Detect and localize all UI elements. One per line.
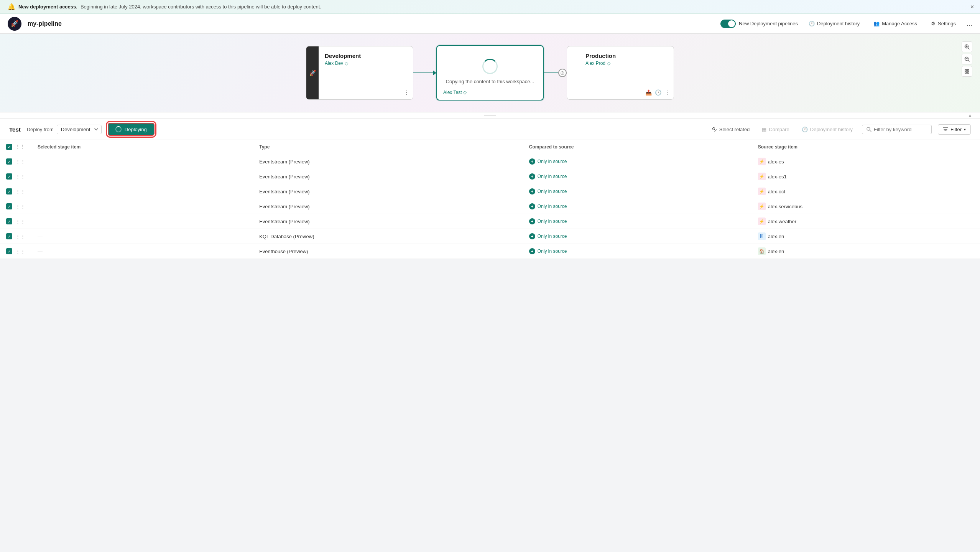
row-checkbox-cell-3: ✓ ⋮⋮ <box>0 199 31 214</box>
source-name-0: alex-es <box>768 159 784 165</box>
close-banner-button[interactable]: × <box>970 3 974 10</box>
plus-icon-1: + <box>529 173 535 180</box>
compared-cell-4: + Only in source <box>523 214 752 229</box>
diamond-icon-test: ◇ <box>463 90 467 95</box>
prod-history-button[interactable]: 🕐 <box>655 89 661 96</box>
stage-item-cell-2: — <box>31 184 253 199</box>
arrow-line <box>413 73 433 73</box>
prod-stage-more-button[interactable]: ⋮ <box>664 89 670 96</box>
compare-button[interactable]: ▦ Compare <box>759 125 792 134</box>
filter-button[interactable]: Filter ▾ <box>938 124 971 135</box>
row-checkbox-6[interactable]: ✓ <box>6 248 12 254</box>
drag-handle-0[interactable]: ⋮⋮ <box>15 159 25 165</box>
type-cell-0: Eventstream (Preview) <box>253 154 523 169</box>
production-stage-card: Production Alex Prod ◇ 📤 🕐 ⋮ <box>567 46 674 100</box>
settings-button[interactable]: ⚙ Settings <box>928 19 959 28</box>
row-checkbox-3[interactable]: ✓ <box>6 203 12 209</box>
svg-point-13 <box>714 129 715 130</box>
plus-icon-5: + <box>529 233 535 239</box>
row-checkbox-0[interactable]: ✓ <box>6 158 12 165</box>
type-cell-1: Eventstream (Preview) <box>253 169 523 184</box>
dev-stage-more-button[interactable]: ⋮ <box>404 89 409 96</box>
resize-handle[interactable]: ▲ <box>0 112 980 119</box>
deploy-from-select[interactable]: Development Test <box>57 125 102 134</box>
zoom-controls <box>962 41 972 77</box>
pipeline-stage-icon: 🚀 <box>309 70 316 76</box>
plus-icon-2: + <box>529 188 535 194</box>
drag-handle-1[interactable]: ⋮⋮ <box>15 174 25 180</box>
prod-deploy-button[interactable]: 📤 <box>645 89 652 96</box>
collapse-panel-button[interactable]: ▲ <box>968 113 972 118</box>
new-deployment-toggle[interactable] <box>720 20 736 28</box>
drag-handle-6[interactable]: ⋮⋮ <box>15 249 25 254</box>
dev-stage-title: Development <box>325 53 407 59</box>
source-icon-1: ⚡ <box>758 173 766 180</box>
history-label: Deployment history <box>810 127 853 132</box>
row-checkbox-1[interactable]: ✓ <box>6 173 12 180</box>
toggle-knob <box>728 20 735 27</box>
select-related-button[interactable]: Select related <box>709 125 753 134</box>
toolbar-right-actions: Select related ▦ Compare 🕐 Deployment hi… <box>709 124 971 135</box>
banner-title: New deployment access. <box>18 4 77 10</box>
svg-rect-11 <box>484 115 496 115</box>
dev-stage-bar: 🚀 <box>306 46 319 99</box>
blocked-indicator: ⊘ <box>558 69 567 77</box>
table-header: ✓ ⋮⋮ Selected stage item Type Compared t… <box>0 140 980 154</box>
pipeline-stages: 🚀 Development Alex Dev ◇ ⋮ Copying the c <box>19 45 961 101</box>
zoom-in-button[interactable] <box>962 41 972 52</box>
deploying-button[interactable]: Deploying <box>108 123 155 136</box>
deployment-history-button[interactable]: 🕐 Deployment history <box>806 19 863 28</box>
col-header-type: Type <box>253 140 523 154</box>
stage-item-cell-5: — <box>31 229 253 244</box>
button-spinner <box>115 126 122 132</box>
drag-handle-4[interactable]: ⋮⋮ <box>15 219 25 224</box>
source-icon-0: ⚡ <box>758 158 766 165</box>
row-checkbox-4[interactable]: ✓ <box>6 218 12 224</box>
source-icon-5: 🗄 <box>758 232 766 240</box>
row-checkbox-2[interactable]: ✓ <box>6 188 12 194</box>
col-header-source: Source stage item <box>752 140 980 154</box>
source-item-cell-6: 🏠 alex-eh <box>752 244 980 259</box>
col-header-selected-stage-item: Selected stage item <box>31 140 253 154</box>
select-related-label: Select related <box>719 127 750 132</box>
drag-handle-5[interactable]: ⋮⋮ <box>15 234 25 239</box>
compare-icon: ▦ <box>762 127 766 132</box>
col-header-compared: Compared to source <box>523 140 752 154</box>
history-button[interactable]: 🕐 Deployment history <box>799 125 856 134</box>
select-all-checkbox[interactable]: ✓ <box>6 144 12 150</box>
more-options-button[interactable]: ... <box>967 20 972 28</box>
diamond-icon-prod: ◇ <box>607 61 610 66</box>
prod-stage-content: Production Alex Prod ◇ <box>567 46 674 71</box>
manage-access-button[interactable]: 👥 Manage Access <box>870 19 920 28</box>
type-cell-6: Eventhouse (Preview) <box>253 244 523 259</box>
source-name-6: alex-eh <box>768 249 784 254</box>
filter-icon <box>943 127 948 132</box>
source-name-5: alex-eh <box>768 234 784 239</box>
search-input[interactable] <box>874 127 927 132</box>
svg-line-15 <box>870 130 871 132</box>
deploy-status-text: Copying the content to this workspace... <box>446 79 534 84</box>
panel-title: Test <box>9 126 21 133</box>
arrow-line-2 <box>544 73 558 73</box>
compared-label-0: Only in source <box>538 159 567 164</box>
development-stage-card: 🚀 Development Alex Dev ◇ ⋮ <box>306 46 413 100</box>
filter-label: Filter <box>950 127 962 132</box>
test-stage-card: Copying the content to this workspace...… <box>436 45 544 101</box>
people-icon: 👥 <box>873 21 880 26</box>
zoom-out-button[interactable] <box>962 54 972 64</box>
fit-view-button[interactable] <box>962 66 972 77</box>
app-header: 🚀 my-pipeline New Deployment pipelines 🕐… <box>0 14 980 34</box>
table-row: ✓ ⋮⋮ — Eventstream (Preview) + Only in s… <box>0 199 980 214</box>
deployment-history-label: Deployment history <box>817 21 860 26</box>
table-row: ✓ ⋮⋮ — Eventstream (Preview) + Only in s… <box>0 154 980 169</box>
manage-access-label: Manage Access <box>882 21 917 26</box>
source-item-cell-5: 🗄 alex-eh <box>752 229 980 244</box>
diamond-icon: ◇ <box>345 61 348 66</box>
test-stage-workspace: Alex Test ◇ <box>443 90 467 95</box>
compared-cell-0: + Only in source <box>523 154 752 169</box>
drag-handle-3[interactable]: ⋮⋮ <box>15 204 25 209</box>
drag-handle-2[interactable]: ⋮⋮ <box>15 189 25 194</box>
row-checkbox-5[interactable]: ✓ <box>6 233 12 239</box>
row-checkbox-cell-5: ✓ ⋮⋮ <box>0 229 31 244</box>
row-checkbox-cell-6: ✓ ⋮⋮ <box>0 244 31 259</box>
